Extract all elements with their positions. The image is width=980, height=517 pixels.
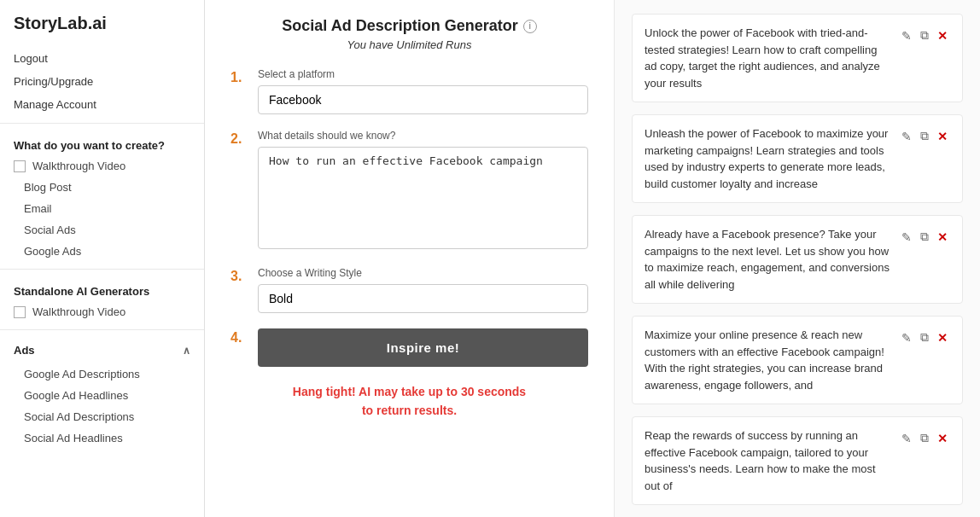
edit-button[interactable]: ✎	[899, 228, 914, 246]
result-item: Maximize your online presence & reach ne…	[632, 316, 963, 404]
result-text: Unleash the power of Facebook to maximiz…	[645, 125, 890, 192]
sidebar-item-label: Walkthrough Video	[32, 305, 125, 318]
sidebar-item-label: Blog Post	[24, 181, 72, 194]
sidebar-item-label: Social Ad Headlines	[24, 432, 123, 444]
step-3-row: 3. Choose a Writing Style Bold Casual Fo…	[230, 267, 588, 313]
checkbox-icon	[14, 160, 26, 172]
step-3-content: Choose a Writing Style Bold Casual Forma…	[258, 267, 588, 313]
sidebar-item-label: Google Ad Descriptions	[24, 368, 140, 380]
step-4-content: Inspire me!	[258, 328, 588, 367]
sidebar-item-label: Email	[24, 202, 52, 215]
step-3-number: 3.	[230, 267, 248, 284]
sidebar-item-label: Walkthrough Video	[32, 160, 125, 172]
step-2-label: What details should we know?	[258, 130, 588, 142]
edit-button[interactable]: ✎	[899, 328, 914, 346]
result-item: Reap the rewards of success by running a…	[632, 416, 963, 505]
sidebar-item-social-ad-descriptions[interactable]: Social Ad Descriptions	[0, 406, 204, 427]
sidebar-item-google-ad-headlines[interactable]: Google Ad Headlines	[0, 385, 204, 406]
inspire-button[interactable]: Inspire me!	[258, 328, 588, 367]
result-actions: ✎ ⧉ ✕	[899, 125, 950, 145]
sidebar-item-label: Social Ad Descriptions	[24, 410, 134, 423]
delete-button[interactable]: ✕	[935, 328, 950, 346]
hang-tight-message: Hang tight! AI may take up to 30 seconds…	[230, 382, 588, 421]
sidebar-item-blog-post[interactable]: Blog Post	[0, 177, 204, 198]
delete-button[interactable]: ✕	[935, 127, 950, 145]
center-panel: Social Ad Description Generator i You ha…	[205, 0, 980, 517]
sidebar-item-email[interactable]: Email	[0, 198, 204, 219]
edit-button[interactable]: ✎	[899, 26, 914, 44]
sidebar: StoryLab.ai Logout Pricing/Upgrade Manag…	[0, 0, 205, 517]
chevron-up-icon: ∧	[183, 345, 190, 357]
sidebar-item-social-ads[interactable]: Social Ads	[0, 219, 204, 241]
step-1-number: 1.	[230, 68, 248, 85]
form-panel: Social Ad Description Generator i You ha…	[205, 0, 615, 517]
result-item: Unleash the power of Facebook to maximiz…	[632, 114, 963, 203]
copy-button[interactable]: ⧉	[918, 127, 931, 145]
result-item: Unlock the power of Facebook with tried-…	[632, 14, 963, 102]
copy-button[interactable]: ⧉	[918, 328, 931, 346]
result-actions: ✎ ⧉ ✕	[899, 25, 950, 44]
sidebar-divider-3	[0, 329, 204, 330]
step-1-label: Select a platform	[258, 68, 588, 80]
sidebar-item-social-ad-headlines[interactable]: Social Ad Headlines	[0, 427, 204, 449]
step-1-content: Select a platform Facebook Instagram Twi…	[258, 68, 588, 114]
sidebar-nav-logout[interactable]: Logout	[0, 47, 204, 70]
platform-select[interactable]: Facebook Instagram Twitter LinkedIn	[258, 85, 588, 114]
app-logo: StoryLab.ai	[0, 14, 204, 47]
step-1-row: 1. Select a platform Facebook Instagram …	[230, 68, 588, 114]
step-2-number: 2.	[230, 130, 248, 147]
result-text: Reap the rewards of success by running a…	[645, 427, 890, 494]
result-actions: ✎ ⧉ ✕	[899, 427, 950, 447]
info-icon[interactable]: i	[523, 20, 537, 33]
edit-button[interactable]: ✎	[899, 429, 914, 447]
result-item: Already have a Facebook presence? Take y…	[632, 215, 963, 304]
page-title: Social Ad Description Generator i	[230, 17, 588, 35]
copy-button[interactable]: ⧉	[918, 228, 931, 246]
sidebar-item-google-ad-descriptions[interactable]: Google Ad Descriptions	[0, 363, 204, 385]
step-4-number: 4.	[230, 328, 248, 346]
unlimited-runs-text: You have Unlimited Runs	[230, 38, 588, 51]
step-2-row: 2. What details should we know? How to r…	[230, 130, 588, 252]
delete-button[interactable]: ✕	[935, 26, 950, 44]
sidebar-item-label: Social Ads	[24, 224, 76, 236]
what-create-title: What do you want to create?	[0, 131, 204, 155]
sidebar-item-label: Google Ad Headlines	[24, 389, 128, 402]
result-text: Already have a Facebook presence? Take y…	[645, 226, 890, 293]
details-textarea[interactable]: How to run an effective Facebook campaig…	[258, 147, 588, 249]
result-text: Maximize your online presence & reach ne…	[645, 327, 890, 393]
sidebar-divider-2	[0, 269, 204, 270]
delete-button[interactable]: ✕	[935, 429, 950, 447]
step-4-row: 4. Inspire me!	[230, 328, 588, 367]
main-content: Social Ad Description Generator i You ha…	[205, 0, 980, 517]
sidebar-item-standalone-walkthrough[interactable]: Walkthrough Video	[0, 301, 204, 322]
results-panel: Unlock the power of Facebook with tried-…	[615, 0, 980, 517]
delete-button[interactable]: ✕	[935, 228, 950, 246]
result-actions: ✎ ⧉ ✕	[899, 226, 950, 246]
copy-button[interactable]: ⧉	[918, 26, 931, 44]
copy-button[interactable]: ⧉	[918, 429, 931, 447]
step-2-content: What details should we know? How to run …	[258, 130, 588, 252]
step-3-label: Choose a Writing Style	[258, 267, 588, 279]
checkbox-icon-standalone	[14, 306, 26, 318]
ads-title: Ads	[14, 344, 35, 357]
sidebar-item-label: Google Ads	[24, 245, 81, 258]
sidebar-nav-pricing[interactable]: Pricing/Upgrade	[0, 70, 204, 93]
result-actions: ✎ ⧉ ✕	[899, 327, 950, 346]
ads-section-header[interactable]: Ads ∧	[0, 337, 204, 363]
writing-style-select[interactable]: Bold Casual Formal Witty	[258, 284, 588, 313]
sidebar-item-walkthrough-video[interactable]: Walkthrough Video	[0, 155, 204, 177]
standalone-title: Standalone AI Generators	[0, 276, 204, 301]
edit-button[interactable]: ✎	[899, 127, 914, 145]
sidebar-divider-1	[0, 123, 204, 124]
result-text: Unlock the power of Facebook with tried-…	[645, 25, 890, 91]
sidebar-nav-manage[interactable]: Manage Account	[0, 93, 204, 116]
sidebar-item-google-ads[interactable]: Google Ads	[0, 241, 204, 262]
